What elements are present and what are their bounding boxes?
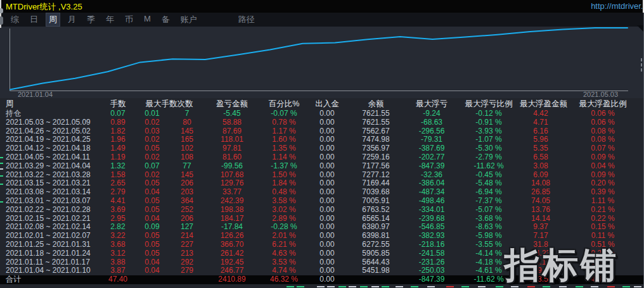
cell-max-float-loss: -68.63 bbox=[406, 118, 458, 127]
cell-max-float-profit: 26.85 bbox=[520, 188, 562, 197]
table-row[interactable]: 2021.04.26 ~ 2021.05.021.820.0314587.691… bbox=[0, 127, 644, 136]
cell-in-out: 0.00 bbox=[308, 197, 346, 206]
cell-max-float-profit: 6.58 bbox=[520, 153, 562, 162]
cell-period: 2021.04.05 ~ 2021.04.11 bbox=[0, 153, 101, 162]
cell-pct: 2.01 % bbox=[260, 232, 308, 241]
menu-item-day[interactable]: 日 bbox=[27, 13, 41, 26]
cell-max-float-profit-pct: 0.04 % bbox=[562, 162, 644, 171]
cell-in-out: 0.00 bbox=[308, 110, 346, 118]
cell-count: 108 bbox=[170, 153, 204, 162]
cell-max-float-profit: 74.05 bbox=[520, 197, 562, 206]
cell-max-float-loss: -250.03 bbox=[406, 266, 458, 275]
cell-pct: 46.32 % bbox=[260, 275, 308, 284]
cell-count: 206 bbox=[170, 179, 204, 188]
cell-max-lots: 0.04 bbox=[134, 188, 170, 197]
cell-max-float-profit: 14.08 bbox=[520, 179, 562, 188]
cell-max-float-loss: -218.16 bbox=[406, 241, 458, 249]
cell-max-float-profit-pct: 0.20 % bbox=[562, 179, 644, 188]
cell-pnl: 87.69 bbox=[204, 127, 260, 136]
cell-in-out: 0.00 bbox=[308, 135, 346, 144]
cell-balance: 7177.56 bbox=[346, 162, 406, 171]
menu-item-quarter[interactable]: 季 bbox=[84, 13, 98, 26]
cell-pct: -1.37 % bbox=[260, 162, 308, 171]
background-window-artifact bbox=[0, 157, 3, 158]
cell-max-lots: 0.05 bbox=[134, 249, 170, 258]
cell-lots: 3.12 bbox=[101, 249, 134, 258]
table-row[interactable]: 2021.02.15 ~ 2021.02.212.950.04206184.17… bbox=[0, 215, 644, 223]
cell-pnl: 184.17 bbox=[204, 215, 260, 223]
menu-item-currency[interactable]: 币 bbox=[122, 13, 136, 26]
menu-item-year[interactable]: 年 bbox=[103, 13, 117, 26]
table-row[interactable]: 2021.02.08 ~ 2021.02.142.820.09127-17.84… bbox=[0, 223, 644, 232]
cell-pnl: 366.70 bbox=[204, 241, 260, 249]
cell-count: 145 bbox=[170, 127, 204, 136]
cell-max-float-profit: 9.37 bbox=[520, 223, 562, 232]
website-link[interactable]: http://mtdriver.c bbox=[591, 1, 644, 11]
table-row[interactable]: 2021.04.12 ~ 2021.04.181.490.0510297.811… bbox=[0, 144, 644, 153]
column-header: 最大手数次数 bbox=[134, 98, 204, 110]
table-header-row: 周手数最大手数次数盈亏金额百分比%出入金余额最大浮亏最大浮亏比例最大浮盈金额最大… bbox=[0, 98, 644, 110]
cell-max-lots: 0.02 bbox=[134, 171, 170, 180]
table-row[interactable]: 持仓0.070.017-5.45-0.07 %0.007621.55-9.24-… bbox=[0, 110, 644, 118]
cell-max-float-loss-pct: -3.93 % bbox=[458, 127, 520, 136]
menu-item-bei[interactable]: 备 bbox=[159, 13, 172, 26]
table-row[interactable]: 2021.05.03 ~ 2021.05.090.890.028058.880.… bbox=[0, 118, 644, 127]
cell-max-float-loss: -498.46 bbox=[406, 197, 458, 206]
cell-pct: 1.17 % bbox=[260, 127, 308, 136]
menu-item-zong[interactable]: 综 bbox=[8, 13, 22, 26]
cell-pct: 3.58 % bbox=[260, 197, 308, 206]
clipped-row-artifact bbox=[287, 286, 294, 287]
cell-balance: 7259.16 bbox=[346, 153, 406, 162]
table-row[interactable]: 2021.03.08 ~ 2021.03.142.790.0420333.770… bbox=[0, 188, 644, 197]
cell-max-lots: 0.09 bbox=[134, 223, 170, 232]
table-row[interactable]: 2021.03.15 ~ 2021.03.212.650.05206129.76… bbox=[0, 179, 644, 188]
menu-item-path[interactable]: 路径 bbox=[236, 13, 257, 26]
table-row[interactable]: 2021.04.05 ~ 2021.04.111.190.0210881.601… bbox=[0, 153, 644, 162]
cell-in-out: 0.00 bbox=[308, 232, 346, 241]
cell-max-lots: 0.04 bbox=[134, 258, 170, 267]
cell-max-float-profit-pct: 0.09 % bbox=[562, 171, 644, 180]
menu-item-account[interactable]: 账户 bbox=[178, 13, 200, 26]
cell-max-float-loss: -382.93 bbox=[406, 232, 458, 241]
cell-lots: 47.40 bbox=[101, 275, 134, 284]
cell-max-float-loss: -334.01 bbox=[406, 206, 458, 215]
table-row[interactable]: 2021.04.19 ~ 2021.04.251.960.02165118.01… bbox=[0, 135, 644, 144]
table-row[interactable]: 2021.03.22 ~ 2021.03.281.580.02145107.68… bbox=[0, 171, 644, 180]
cell-pnl: 33.77 bbox=[204, 188, 260, 197]
cell-count bbox=[170, 275, 204, 284]
cell-balance: 7562.67 bbox=[346, 127, 406, 136]
menu-bar: 综日周月季年币M备账户 路径 bbox=[0, 13, 644, 27]
cell-lots: 2.82 bbox=[101, 223, 134, 232]
table-row[interactable]: 2021.03.29 ~ 2021.04.041.320.0777-99.56-… bbox=[0, 162, 644, 171]
cell-max-lots: 0.02 bbox=[134, 118, 170, 127]
cell-max-float-loss: -202.77 bbox=[406, 153, 458, 162]
cell-in-out: 0.00 bbox=[308, 215, 346, 223]
column-header: 最大浮盈比例 bbox=[562, 98, 644, 110]
menu-item-week[interactable]: 周 bbox=[46, 13, 60, 26]
cell-count: 214 bbox=[170, 232, 204, 241]
cell-period: 2021.03.08 ~ 2021.03.14 bbox=[0, 188, 101, 197]
cell-pct: 2.89 % bbox=[260, 215, 308, 223]
table-row[interactable]: 2021.02.01 ~ 2021.02.073.220.05214126.26… bbox=[0, 232, 644, 241]
table-row[interactable]: 2021.03.01 ~ 2021.03.074.410.05364242.39… bbox=[0, 197, 644, 206]
cell-lots: 0.89 bbox=[101, 118, 134, 127]
cell-lots: 1.49 bbox=[101, 144, 134, 153]
cell-pnl: 261.42 bbox=[204, 249, 260, 258]
cell-lots: 2.95 bbox=[101, 215, 134, 223]
cell-pct: 4.74 % bbox=[260, 266, 308, 275]
cell-max-lots: 0.03 bbox=[134, 127, 170, 136]
cell-in-out: 0.00 bbox=[308, 188, 346, 197]
cell-period: 2021.01.25 ~ 2021.01.31 bbox=[0, 241, 101, 249]
cell-lots: 1.96 bbox=[101, 135, 134, 144]
cell-max-float-loss-pct: -8.63 % bbox=[458, 223, 520, 232]
cell-pnl: 198.38 bbox=[204, 206, 260, 215]
menu-item-month[interactable]: 月 bbox=[65, 13, 79, 26]
cell-max-lots: 0.04 bbox=[134, 215, 170, 223]
cell-lots: 1.32 bbox=[101, 162, 134, 171]
cell-count: 77 bbox=[170, 162, 204, 171]
cell-pnl: 107.68 bbox=[204, 171, 260, 180]
cell-max-float-loss-pct: -3.68 % bbox=[458, 215, 520, 223]
cell-lots: 2.65 bbox=[101, 179, 134, 188]
table-row[interactable]: 2021.02.22 ~ 2021.02.283.690.05252198.38… bbox=[0, 206, 644, 215]
menu-item-m[interactable]: M bbox=[141, 13, 153, 26]
